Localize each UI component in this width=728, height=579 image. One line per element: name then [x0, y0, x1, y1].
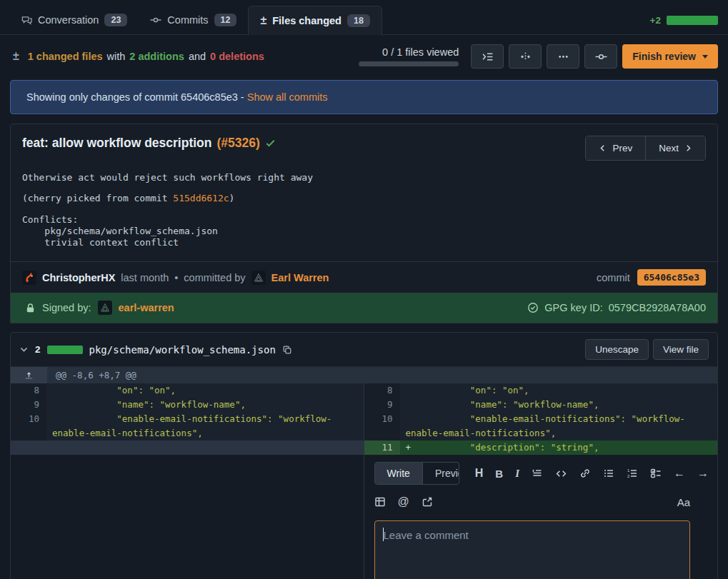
reference-button[interactable] — [422, 496, 433, 508]
unescape-button[interactable]: Unescape — [585, 339, 649, 360]
table-button[interactable] — [374, 496, 386, 508]
diff-added-line: 11 + "description": "string", — [364, 440, 718, 455]
bold-button[interactable]: B — [495, 468, 503, 480]
finish-review-button[interactable]: Finish review — [622, 44, 718, 69]
diff-stat-bar — [667, 16, 718, 25]
expand-up-icon — [24, 371, 34, 380]
heading-button[interactable]: H — [475, 467, 484, 480]
signed-by-label: Signed by: — [42, 302, 91, 313]
mention-button[interactable]: @ — [398, 495, 409, 508]
diff-code-line: + "description": "string", — [400, 440, 718, 455]
text-size-button[interactable]: Aa — [677, 496, 709, 508]
whitespace-options-button[interactable] — [509, 44, 542, 69]
cherry-pick-sha-link[interactable]: 515dd6612c — [173, 193, 229, 203]
line-number[interactable]: 11 — [364, 440, 400, 455]
svg-text:2: 2 — [627, 474, 630, 478]
file-additions-count: 2 — [35, 344, 41, 355]
diff-empty-placeholder-row — [11, 440, 364, 455]
gpg-signed-row: Signed by: earl-warren GPG key ID: 0579C… — [11, 293, 717, 323]
issue-reference-link[interactable]: (#5326) — [216, 136, 259, 151]
file-tree-icon — [482, 51, 494, 63]
line-number[interactable]: 10 — [364, 412, 400, 440]
undo-arrow-button[interactable]: ← — [674, 467, 685, 480]
diff-line: 10 "enable-email-notifications": "workfl… — [11, 412, 364, 440]
select-commits-button[interactable] — [584, 44, 617, 69]
tab-commits[interactable]: Commits 12 — [139, 6, 248, 34]
tab-write[interactable]: Write — [375, 463, 423, 484]
diff-old-side: 8 "on": "on", 9 "name": "workflow-name",… — [11, 383, 364, 455]
ellipsis-icon — [557, 51, 569, 63]
collapse-file-chevron-down-icon[interactable] — [19, 345, 29, 354]
split-diff: 8 "on": "on", 9 "name": "workflow-name",… — [11, 383, 717, 455]
diff-options-button[interactable] — [547, 44, 579, 69]
committer-name-link[interactable]: Earl Warren — [271, 272, 329, 283]
summary-text: with — [107, 51, 126, 62]
summary-text: and — [189, 51, 206, 62]
file-tree-toggle-button[interactable] — [471, 44, 504, 69]
changed-files-count: 1 changed files — [28, 51, 103, 62]
link-icon — [579, 468, 591, 479]
code-button[interactable] — [555, 468, 567, 480]
committer-avatar[interactable] — [251, 271, 266, 285]
files-changed-count-badge: 18 — [347, 14, 370, 27]
code-icon — [555, 468, 567, 480]
prev-commit-button[interactable]: Prev — [586, 136, 645, 160]
commit-author-row: ChristopherHX last month • committed by … — [11, 261, 717, 293]
cross-reference-icon — [422, 496, 433, 508]
tab-conversation[interactable]: Conversation 23 — [10, 6, 139, 34]
ordered-list-button[interactable]: 12 — [627, 468, 638, 479]
diff-stat-additions: +2 — [650, 15, 661, 26]
line-number[interactable]: 8 — [364, 383, 400, 398]
expand-hunk-button[interactable] — [11, 367, 47, 383]
commit-title: feat: allow workflow description (#5326) — [22, 136, 276, 151]
commit-details-panel: feat: allow workflow description (#5326)… — [10, 124, 718, 323]
diff-line: 8 "on": "on", — [364, 383, 718, 398]
editor-mode-tabs: Write Preview — [374, 462, 459, 485]
unordered-list-icon — [603, 468, 614, 479]
quote-icon — [532, 468, 543, 479]
table-icon — [374, 496, 386, 508]
diff-code-line: "enable-email-notifications": "workflow-… — [46, 412, 364, 440]
pr-tab-bar: Conversation 23 Commits 12 ± Files chang… — [0, 0, 728, 35]
task-list-button[interactable] — [650, 468, 662, 479]
commit-filter-banner: Showing only changes of commit 65406c85e… — [10, 80, 718, 114]
diff-code-line: "on": "on", — [400, 383, 718, 398]
commit-message-conflicts: Conflicts: pkg/schema/workflow_schema.js… — [22, 214, 706, 249]
show-all-commits-link[interactable]: Show all commits — [247, 91, 328, 103]
diff-code-line: "on": "on", — [46, 383, 364, 398]
tab-files-changed-label: Files changed — [272, 15, 341, 26]
line-number[interactable]: 9 — [11, 398, 46, 412]
gpg-key-id: 0579CB2928A78A00 — [609, 302, 706, 313]
conversation-icon — [21, 15, 32, 26]
line-number[interactable]: 10 — [11, 412, 46, 440]
line-number[interactable]: 8 — [11, 383, 46, 398]
next-commit-button[interactable]: Next — [645, 136, 705, 160]
diff-icon: ± — [13, 51, 19, 62]
tab-conversation-label: Conversation — [38, 14, 99, 26]
redo-arrow-button[interactable]: → — [697, 467, 709, 480]
author-avatar[interactable] — [22, 271, 36, 285]
line-number[interactable]: 9 — [364, 398, 400, 412]
signer-avatar[interactable] — [98, 301, 112, 315]
signer-name-link[interactable]: earl-warren — [119, 302, 174, 313]
quote-button[interactable] — [532, 468, 543, 479]
unordered-list-button[interactable] — [603, 468, 614, 479]
tab-preview[interactable]: Preview — [423, 463, 459, 484]
copy-path-icon[interactable] — [282, 345, 292, 355]
author-name-link[interactable]: ChristopherHX — [42, 272, 115, 283]
changed-files-summary: ± 1 changed files with 2 additions and 0… — [13, 51, 264, 62]
commit-sha-badge[interactable]: 65406c85e3 — [637, 269, 706, 286]
view-file-button[interactable]: View file — [653, 339, 709, 360]
diff-code-line: "enable-email-notifications": "workflow-… — [400, 412, 718, 440]
commit-icon — [595, 51, 607, 63]
comment-input[interactable] — [374, 520, 691, 579]
files-viewed-label: 0 / 1 files viewed — [382, 46, 459, 58]
tab-files-changed[interactable]: ± Files changed 18 — [248, 6, 382, 35]
link-button[interactable] — [579, 468, 591, 479]
diff-line: 8 "on": "on", — [11, 383, 364, 398]
file-diff-stat-bar — [47, 346, 83, 354]
file-name[interactable]: pkg/schema/workflow_schema.json — [89, 344, 276, 356]
italic-button[interactable]: I — [515, 468, 519, 480]
chevron-down-icon — [702, 55, 708, 59]
conversation-count-badge: 23 — [104, 14, 127, 26]
